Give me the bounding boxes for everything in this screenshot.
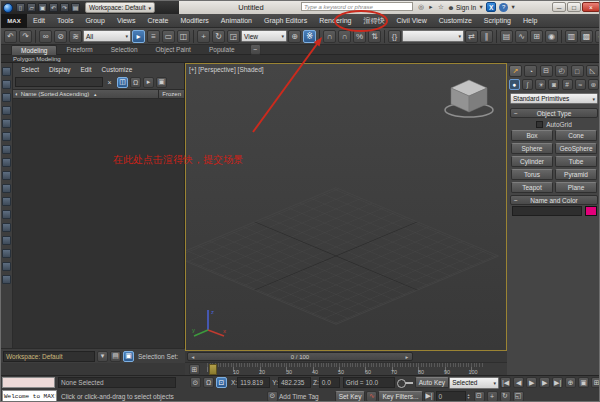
lock-explorer-icon[interactable]: Ω [130,77,141,88]
field-of-view-icon[interactable]: ⊡ [474,391,485,402]
y-coordinate-field[interactable]: 482.235 [278,377,311,388]
tab-utilities[interactable]: ◺ [586,65,599,77]
menu-modifiers[interactable]: Modifiers [174,14,214,28]
unlink-selection-icon[interactable]: ⊘ [54,30,67,43]
explorer-menu-customize[interactable]: Customize [97,66,138,73]
selection-lock-toggle-icon[interactable]: Ω [203,377,214,388]
dock-toolbar-icon[interactable] [2,210,11,219]
tab-create[interactable]: ↗ [509,65,522,77]
dock-toolbar-icon[interactable] [2,236,11,245]
category-systems-icon[interactable]: ⊛ [588,79,599,90]
set-keys-key-icon[interactable] [397,378,413,387]
rendered-frame-window-icon[interactable]: ▩ [580,30,593,43]
name-color-rollout[interactable]: − Name and Color [510,195,598,205]
new-key-curve-icon[interactable]: ∿ [366,391,377,402]
maximize-button[interactable]: □ [567,2,581,12]
cylinder-button[interactable]: Cylinder [511,156,553,167]
spinner-snap-icon[interactable]: ⇅ [368,30,381,43]
menu-help[interactable]: Help [517,14,543,28]
box-button[interactable]: Box [511,130,553,141]
scene-explorer-list[interactable] [13,99,184,348]
dock-toolbar-icon[interactable] [2,67,11,76]
close-button[interactable]: × [582,2,600,12]
category-spacewarps-icon[interactable]: ≈ [575,79,586,90]
teapot-button[interactable]: Teapot [511,182,553,193]
rectangular-selection-region-icon[interactable]: ▭ [162,30,175,43]
menu-tools[interactable]: Tools [51,14,79,28]
isolate-selection-icon[interactable]: ▤ [110,351,121,362]
window-crossing-icon[interactable]: ◫ [177,30,190,43]
x-coordinate-field[interactable]: 119.819 [237,377,270,388]
select-and-link-icon[interactable]: ∞ [39,30,52,43]
cone-button[interactable]: Cone [555,130,597,141]
range-left-arrow-icon[interactable]: ◂ [188,354,198,360]
render-production-icon[interactable]: ◈ [595,30,600,43]
tab-hierarchy[interactable]: ⊟ [540,65,553,77]
dock-toolbar-icon[interactable] [2,184,11,193]
range-right-arrow-icon[interactable]: ▸ [402,354,412,360]
menu-scripting[interactable]: Scripting [478,14,517,28]
menu-views[interactable]: Views [111,14,142,28]
search-icon[interactable]: ◎ [416,2,426,12]
key-filters-button[interactable]: Key Filters... [378,391,422,402]
workspace-selector[interactable]: Workspace: Default [3,351,95,362]
redo-icon[interactable]: ↷ [19,30,32,43]
align-icon[interactable]: ∥ [480,30,493,43]
ribbon-tab-object-paint[interactable]: Object Paint [147,45,200,55]
maximize-viewport-toggle-icon[interactable]: ◱ [513,391,524,402]
torus-button[interactable]: Torus [511,169,553,180]
minimize-button[interactable]: ─ [552,2,566,12]
ribbon-minimize-icon[interactable]: − [250,44,261,55]
menu-edit[interactable]: Edit [27,14,51,28]
select-and-rotate-icon[interactable]: ↻ [212,30,225,43]
dock-toolbar-icon[interactable] [2,171,11,180]
autogrid-checkbox[interactable] [536,121,543,128]
pyramid-button[interactable]: Pyramid [555,169,597,180]
zoom-extents-icon[interactable]: ▣ [578,377,589,388]
use-pivot-center-icon[interactable]: ⊕ [288,30,301,43]
selection-lock-icon[interactable]: ▣ [123,351,134,362]
display-filter-icon[interactable]: ◫ [117,77,128,88]
previous-frame-icon[interactable]: ◀ [513,377,524,388]
dock-toolbar-icon[interactable] [2,80,11,89]
category-geometry-icon[interactable]: ● [509,79,520,90]
category-lights-icon[interactable]: ☀ [535,79,546,90]
orbit-icon[interactable]: ↻ [500,391,511,402]
plane-button[interactable]: Plane [555,182,597,193]
set-key-button[interactable]: Set Key [335,391,366,402]
pan-view-icon[interactable]: + [487,391,498,402]
material-editor-icon[interactable]: ◉ [545,30,558,43]
help-chevron-icon[interactable]: ▾ [508,2,518,12]
undo-icon[interactable]: ↶ [4,30,17,43]
timeline-ruler[interactable]: ⊞ 10 20 30 40 50 60 70 80 90 100 [185,362,507,375]
mirror-icon[interactable]: ⇄ [465,30,478,43]
user-icon[interactable]: ☻ [446,2,456,12]
workspace-chevron-icon[interactable]: ▾ [97,351,108,362]
tab-motion[interactable]: ◴ [555,65,568,77]
application-menu-button[interactable]: MAX [1,14,27,28]
open-file-icon[interactable]: ▱ [27,3,36,12]
ribbon-tab-modeling[interactable]: Modeling [11,45,57,55]
time-tag-clock-icon[interactable]: ⊙ [267,391,278,402]
render-setup-icon[interactable]: ▥ [565,30,578,43]
project-folder-icon[interactable]: ▤ [71,3,80,12]
schematic-view-icon[interactable]: ⊞ [530,30,543,43]
save-file-icon[interactable]: ▣ [38,3,47,12]
frame-range-bar[interactable]: ◂ 0 / 100 ▸ [187,352,413,361]
3dsmax-logo-icon[interactable] [3,3,13,13]
maxscript-mini-listener[interactable]: Welcome to MAX! [2,390,57,402]
keyword-search-input[interactable] [301,2,413,11]
menu-civil-view[interactable]: Civil View [390,14,432,28]
object-color-swatch[interactable] [585,206,597,216]
layer-manager-icon[interactable]: ▤ [500,30,513,43]
select-and-manipulate-icon[interactable]: ※ [303,30,316,43]
angle-snap-icon[interactable]: ∩ [338,30,351,43]
explorer-search-input[interactable] [15,77,103,87]
tab-modify[interactable]: ◔ [524,65,537,77]
dock-toolbar-icon[interactable] [2,249,11,258]
key-mode-dropdown[interactable]: Selected ▾ [449,377,499,389]
menu-create[interactable]: Create [141,14,174,28]
named-selection-sets-dropdown[interactable]: ▾ [402,30,464,42]
percent-snap-icon[interactable]: % [353,30,366,43]
dock-toolbar-icon[interactable] [2,132,11,141]
